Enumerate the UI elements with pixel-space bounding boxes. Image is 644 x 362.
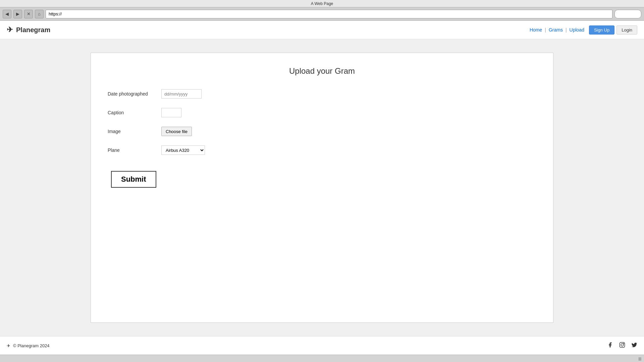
status-text: |||	[638, 357, 641, 361]
reload-icon: ✕	[27, 11, 31, 16]
caption-label: Caption	[108, 110, 161, 115]
facebook-icon[interactable]	[607, 342, 613, 350]
forward-icon: ▶	[16, 11, 19, 16]
choose-file-button[interactable]: Choose file	[161, 127, 192, 136]
address-bar[interactable]	[46, 10, 612, 18]
main-area: Upload your Gram Date photographed Capti…	[0, 39, 644, 336]
image-label: Image	[108, 129, 161, 134]
home-icon: ⌂	[38, 11, 41, 16]
form-container: Upload your Gram Date photographed Capti…	[91, 53, 553, 323]
search-input[interactable]	[614, 10, 641, 18]
page-content: ✈ Planegram Home | Grams | Upload Sign U…	[0, 21, 644, 355]
home-button[interactable]: ⌂	[35, 10, 44, 18]
back-button[interactable]: ◀	[3, 10, 11, 18]
nav-sep-2: |	[566, 27, 567, 33]
submit-button[interactable]: Submit	[111, 171, 156, 188]
caption-row: Caption	[108, 108, 536, 117]
footer-brand-icon: ✈	[7, 343, 10, 348]
browser-toolbar: ◀ ▶ ✕ ⌂	[0, 7, 644, 21]
svg-point-1	[621, 344, 624, 346]
instagram-icon[interactable]	[619, 342, 625, 350]
image-row: Image Choose file	[108, 127, 536, 136]
svg-rect-0	[620, 342, 625, 347]
date-input[interactable]	[161, 89, 202, 99]
plane-label: Plane	[108, 147, 161, 153]
login-button[interactable]: Login	[616, 25, 637, 35]
plane-select[interactable]: Airbus A320 Boeing 737 Boeing 747 Airbus…	[161, 145, 205, 155]
brand: ✈ Planegram	[7, 25, 50, 34]
twitter-icon[interactable]	[631, 342, 637, 350]
browser-titlebar: A Web Page	[0, 0, 644, 7]
navbar: ✈ Planegram Home | Grams | Upload Sign U…	[0, 21, 644, 39]
date-row: Date photographed	[108, 89, 536, 99]
nav-home[interactable]: Home	[530, 27, 542, 33]
back-icon: ◀	[5, 11, 9, 16]
browser-title: A Web Page	[311, 1, 333, 6]
reload-button[interactable]: ✕	[24, 10, 33, 18]
status-bar: |||	[0, 355, 644, 362]
footer-copyright: © Planegram 2024	[13, 343, 50, 348]
brand-name: Planegram	[16, 26, 50, 34]
nav-sep-1: |	[545, 27, 546, 33]
svg-point-2	[623, 343, 624, 344]
navbar-right: Home | Grams | Upload Sign Up Login	[530, 25, 637, 35]
nav-grams[interactable]: Grams	[549, 27, 563, 33]
date-label: Date photographed	[108, 91, 161, 97]
footer: ✈ © Planegram 2024	[0, 336, 644, 355]
footer-brand: ✈ © Planegram 2024	[7, 343, 50, 348]
form-title: Upload your Gram	[108, 66, 536, 76]
submit-row: Submit	[108, 164, 536, 188]
caption-input[interactable]	[161, 108, 181, 117]
plane-row: Plane Airbus A320 Boeing 737 Boeing 747 …	[108, 145, 536, 155]
forward-button[interactable]: ▶	[13, 10, 22, 18]
brand-icon: ✈	[7, 25, 13, 34]
signup-button[interactable]: Sign Up	[589, 25, 614, 35]
footer-social	[607, 342, 637, 350]
nav-upload[interactable]: Upload	[570, 27, 584, 33]
